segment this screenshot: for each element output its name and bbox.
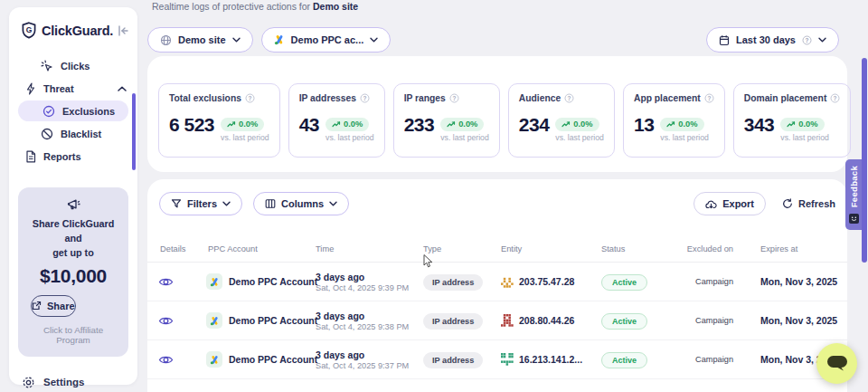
sidebar-nav: Clicks Threat Exclusions Blac <box>9 54 137 167</box>
chevron-down-icon <box>818 37 826 43</box>
chat-widget-button[interactable] <box>816 343 857 384</box>
stat-card: Audience ? 234 0.0% vs. last period <box>508 83 615 158</box>
table-row[interactable]: 3 days ago <box>147 379 847 392</box>
filters-button[interactable]: Filters <box>159 192 242 215</box>
chevron-up-icon <box>118 86 127 91</box>
change-badge: 0.0% <box>440 118 484 131</box>
info-icon: ? <box>704 93 714 103</box>
info-icon: ? <box>449 93 459 103</box>
stat-card: Total exclusions ? 6 523 0.0% vs. last p… <box>158 83 280 158</box>
sidebar-item-exclusions[interactable]: Exclusions <box>18 100 128 121</box>
share-button[interactable]: Share <box>31 295 76 317</box>
change-badge: 0.0% <box>660 118 703 131</box>
refresh-icon <box>782 198 793 209</box>
cloud-download-icon <box>705 199 717 209</box>
export-button-label: Export <box>722 198 754 209</box>
table-toolbar: Filters Columns Export Refresh <box>147 179 847 215</box>
stat-compare-label: vs. last period <box>221 133 269 142</box>
svg-text:?: ? <box>248 95 251 101</box>
sidebar-item-clicks[interactable]: Clicks <box>9 54 137 77</box>
time-relative: 3 days ago <box>316 311 410 321</box>
sidebar-item-reports[interactable]: Reports <box>9 145 137 167</box>
status-badge: Active <box>601 274 647 291</box>
sidebar-item-blacklist[interactable]: Blacklist <box>9 122 137 145</box>
ban-icon <box>41 128 53 140</box>
time-absolute: Sat, Oct 4, 2025 9:37 PM <box>316 361 410 370</box>
view-details-eye-icon[interactable] <box>158 315 195 327</box>
svg-text:?: ? <box>452 95 456 101</box>
stat-value: 13 <box>634 115 654 134</box>
megaphone-icon <box>25 197 121 212</box>
sidebar-item-settings[interactable]: Settings <box>9 376 137 389</box>
refresh-button[interactable]: Refresh <box>782 198 835 209</box>
promo-line1: Share ClickGuard and <box>33 218 115 244</box>
brand-header: G ClickGuard. <box>9 7 137 39</box>
account-selector[interactable]: Demo PPC ac... <box>261 27 392 53</box>
stat-label: IP ranges <box>404 93 446 103</box>
stat-card: Domain placement ? 343 0.0% vs. last per… <box>733 83 852 158</box>
stat-card: App placement ? 13 0.0% vs. last period <box>623 83 725 158</box>
trend-up-icon <box>787 120 796 128</box>
google-ads-icon <box>274 34 285 45</box>
lightning-icon <box>25 82 36 95</box>
type-badge: IP address <box>423 274 483 291</box>
svg-text:?: ? <box>707 95 711 101</box>
google-ads-icon <box>206 351 222 368</box>
page-scrollbar[interactable] <box>862 58 867 263</box>
feedback-tab[interactable]: Feedback <box>845 159 863 230</box>
page-title-site: Demo site <box>313 1 358 12</box>
date-range-selector[interactable]: Last 30 days ? <box>706 27 839 53</box>
table-row[interactable]: Demo PPC Account 3 days ago Sat, Oct 4, … <box>147 263 847 301</box>
calendar-icon <box>719 34 730 46</box>
svg-text:?: ? <box>568 95 571 101</box>
chat-icon <box>826 355 848 372</box>
export-button[interactable]: Export <box>693 192 766 215</box>
table-body: Demo PPC Account 3 days ago Sat, Oct 4, … <box>147 263 847 392</box>
change-badge: 0.0% <box>780 118 824 131</box>
stat-label: Audience <box>519 93 561 103</box>
column-header-excluded-on: Excluded on <box>677 244 733 253</box>
app-root: G ClickGuard. Clicks Threat <box>0 0 868 392</box>
entity-value: 203.75.47.28 <box>519 276 574 287</box>
table-header-row: DetailsPPC AccountTimeTypeEntityStatusEx… <box>147 235 847 263</box>
site-selector-value: Demo site <box>178 34 226 45</box>
date-range-value: Last 30 days <box>736 34 796 45</box>
affiliate-link[interactable]: Click to Affiliate Program <box>25 325 121 345</box>
column-header-details: Details <box>147 244 195 253</box>
table-row[interactable]: Demo PPC Account 3 days ago Sat, Oct 4, … <box>147 301 847 340</box>
chevron-down-icon <box>232 37 241 43</box>
trend-up-icon <box>447 120 456 128</box>
click-icon <box>41 60 53 72</box>
logs-table-panel: Filters Columns Export Refresh DetailsPP… <box>147 179 847 392</box>
sidebar-scrollbar[interactable] <box>132 93 136 170</box>
info-icon: ? <box>360 93 370 103</box>
column-header-ppc-account: PPC Account <box>195 244 303 253</box>
expires-at-value: Mon, Nov 3, 2025 <box>733 315 847 326</box>
entity-identicon <box>501 353 514 366</box>
settings-label: Settings <box>43 377 84 387</box>
google-ads-icon <box>206 273 222 290</box>
view-details-eye-icon[interactable] <box>158 354 195 366</box>
stat-compare-label: vs. last period <box>326 133 374 142</box>
svg-text:?: ? <box>806 36 809 43</box>
table-row[interactable]: Demo PPC Account 3 days ago Sat, Oct 4, … <box>147 340 847 379</box>
excluded-on-value: Campaign <box>677 277 733 286</box>
stats-row: Total exclusions ? 6 523 0.0% vs. last p… <box>147 56 847 158</box>
column-header-time: Time <box>303 244 410 253</box>
sidebar-item-threat[interactable]: Threat <box>9 77 137 100</box>
sidebar-item-label: Clicks <box>61 61 90 72</box>
view-details-eye-icon[interactable] <box>158 276 195 288</box>
refresh-button-label: Refresh <box>798 198 835 209</box>
columns-button[interactable]: Columns <box>253 192 349 215</box>
trend-up-icon <box>561 120 571 128</box>
site-selector[interactable]: Demo site <box>147 27 253 53</box>
filter-icon <box>171 198 182 209</box>
stat-label: Domain placement <box>744 93 827 103</box>
time-absolute: Sat, Oct 4, 2025 9:39 PM <box>316 283 410 292</box>
collapse-sidebar-icon[interactable] <box>118 25 129 36</box>
stat-label: App placement <box>634 93 701 103</box>
brand-name: ClickGuard. <box>42 24 113 38</box>
type-badge: IP address <box>423 352 483 368</box>
chevron-down-icon <box>370 37 378 43</box>
column-header-entity: Entity <box>488 244 589 253</box>
